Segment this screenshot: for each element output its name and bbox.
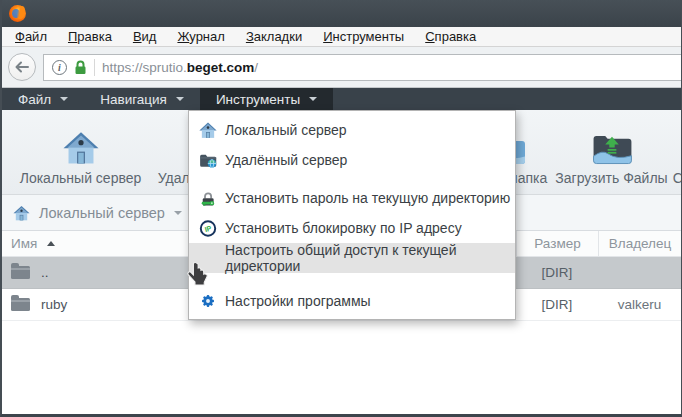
menu-separator xyxy=(189,273,515,286)
toolbar-download-button[interactable]: Скачать xyxy=(644,119,682,186)
menu-item-remote-server[interactable]: Удалённый сервер xyxy=(189,145,515,175)
tools-dropdown-menu: Локальный сервер Удалённый сервер Устано… xyxy=(188,110,516,320)
menu-item-share-directory[interactable]: Настроить общий доступ к текущей директо… xyxy=(189,243,515,273)
column-header-size[interactable]: Размер xyxy=(516,231,598,256)
remote-server-icon xyxy=(199,150,217,170)
app-menubar: Файл Навигация Инструменты xyxy=(2,88,681,110)
ip-block-icon xyxy=(199,218,217,238)
home-icon xyxy=(13,205,30,221)
browser-window: Файл Правка Вид Журнал Закладки Инструме… xyxy=(0,0,682,417)
toolbar-local-server-button[interactable]: Локальный сервер xyxy=(8,119,153,186)
settings-gear-icon xyxy=(199,291,217,311)
file-list-empty-area xyxy=(2,321,681,416)
sort-ascending-icon xyxy=(47,241,55,246)
download-icon xyxy=(644,119,682,165)
back-button[interactable] xyxy=(8,53,36,81)
url-divider xyxy=(94,59,95,76)
breadcrumb[interactable]: Локальный сервер xyxy=(13,205,182,221)
hand-cursor-icon xyxy=(185,260,212,294)
column-header-owner[interactable]: Владелец xyxy=(598,231,681,256)
folder-icon xyxy=(11,298,30,311)
browser-menubar: Файл Правка Вид Журнал Закладки Инструме… xyxy=(2,27,681,47)
browser-menu-history[interactable]: Журнал xyxy=(177,29,224,44)
folder-icon xyxy=(11,266,30,279)
back-arrow-icon xyxy=(15,61,29,73)
app-menu-file[interactable]: Файл xyxy=(2,88,84,110)
menu-item-ip-block[interactable]: Установить блокировку по IP адресу xyxy=(189,213,515,243)
browser-menu-tools[interactable]: Инструменты xyxy=(323,29,404,44)
browser-menu-help[interactable]: Справка xyxy=(425,29,476,44)
app-menu-navigation[interactable]: Навигация xyxy=(84,88,200,110)
password-lock-icon xyxy=(199,188,217,208)
browser-menu-file[interactable]: Файл xyxy=(15,29,47,44)
chevron-down-icon xyxy=(309,97,317,101)
home-icon xyxy=(8,119,153,165)
home-icon xyxy=(199,120,217,140)
menu-item-program-settings[interactable]: Настройки программы xyxy=(189,286,515,316)
menu-item-local-server[interactable]: Локальный сервер xyxy=(189,115,515,145)
url-bar[interactable]: i https://sprutio.beget.com/ xyxy=(43,54,681,81)
menu-separator xyxy=(189,175,515,183)
chevron-down-icon xyxy=(60,97,68,101)
browser-menu-view[interactable]: Вид xyxy=(133,29,157,44)
firefox-icon xyxy=(9,5,26,22)
browser-menu-edit[interactable]: Правка xyxy=(68,29,112,44)
menu-item-set-password[interactable]: Установить пароль на текущую директорию xyxy=(189,183,515,213)
app-menu-tools[interactable]: Инструменты xyxy=(200,88,333,110)
chevron-down-icon xyxy=(176,97,184,101)
browser-menu-bookmarks[interactable]: Закладки xyxy=(246,29,302,44)
browser-navbar: i https://sprutio.beget.com/ xyxy=(2,47,681,88)
url-text: https://sprutio.beget.com/ xyxy=(102,60,258,75)
page-info-icon[interactable]: i xyxy=(52,60,67,75)
https-lock-icon[interactable] xyxy=(74,60,87,75)
chevron-down-icon xyxy=(174,211,182,215)
window-titlebar xyxy=(2,0,681,27)
